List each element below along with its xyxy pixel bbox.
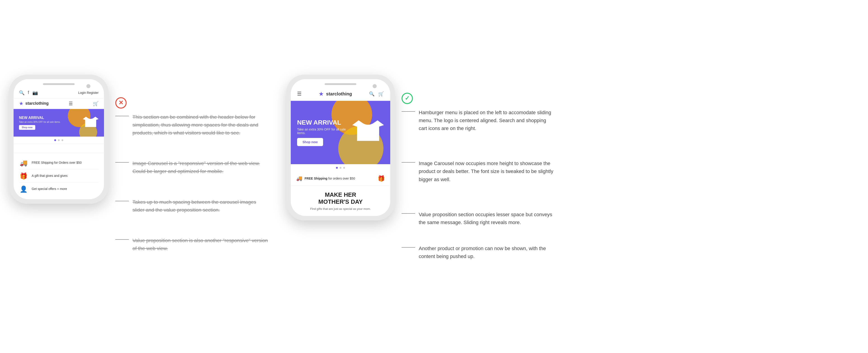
logo-star-icon-after: ★	[318, 90, 324, 97]
banner-button[interactable]: Shop now	[19, 125, 35, 130]
header-icons-after: 🔍 🛒	[369, 91, 384, 96]
ann-text-3-content: Takes up to much spacing between the car…	[132, 199, 256, 213]
phone1-banner: NEW ARRIVAL Take an extra 30% OFF for al…	[13, 109, 104, 137]
ann-text-2-content: Image Carousel is a "responsive" version…	[132, 160, 260, 174]
ann-text-4: Value proposition section is also anothe…	[132, 237, 268, 253]
dot-3	[62, 139, 63, 141]
ann-line-after-1	[402, 111, 415, 112]
phone-after-notch	[291, 79, 390, 87]
banner-subtitle-after: Take an extra 30% OFF for all sale items…	[297, 127, 352, 135]
ann-line-4	[115, 239, 129, 240]
annotation-after-3: Value proposition section occupies lesse…	[402, 210, 554, 226]
phone-before: 🔍 f 📷 Login Register ★ starclothing	[9, 75, 108, 204]
shipping-value-item: 🚚 FREE Shipping for orders over $50	[296, 175, 355, 181]
logo-star-icon: ★	[19, 100, 24, 107]
annotation-after-4: Another product or promotion can now be …	[402, 244, 554, 260]
facebook-icon[interactable]: f	[28, 90, 29, 95]
login-register-links: Login Register	[78, 91, 99, 94]
ann-text-1: This section can be combined with the he…	[132, 113, 268, 137]
carousel-dots-after	[291, 164, 390, 171]
phone2-value-bar: 🚚 FREE Shipping for orders over $50 🎁	[291, 171, 390, 186]
annotation-after-2: Image Carousel now occupies more height …	[402, 159, 554, 183]
ann-text-4-content: Value proposition section is also anothe…	[132, 238, 268, 251]
gift-text: A gift that gives and gives	[32, 174, 68, 178]
ann-text-1-content: This section can be combined with the he…	[132, 114, 258, 136]
logo-text: starclothing	[25, 101, 49, 106]
before-section: 🔍 f 📷 Login Register ★ starclothing	[9, 75, 268, 271]
shipping-icon-after: 🚚	[296, 175, 302, 181]
annotations-after: ✓ Hamburger menu is placed on the left t…	[402, 75, 554, 278]
annotation-before-2: Image Carousel is a "responsive" version…	[115, 159, 268, 175]
product-subtitle: Find gifts that are just as special as y…	[296, 207, 385, 210]
dot-after-1	[336, 167, 338, 169]
dot-after-2	[340, 167, 341, 169]
banner-subtitle: Take an extra 30% OFF for all sale items…	[19, 121, 60, 123]
phone-notch	[13, 79, 104, 87]
shipping-text: FREE Shipping for Orders over $50	[32, 160, 82, 165]
nav-logo: ★ starclothing	[19, 100, 49, 107]
annotation-before-1: This section can be combined with the he…	[115, 113, 268, 137]
success-status-icon: ✓	[402, 93, 413, 104]
after-section: ☰ ★ starclothing 🔍 🛒 NEW ARRIVAL	[286, 75, 554, 278]
ann-text-after-2: Image Carousel now occupies more height …	[419, 159, 554, 183]
dot-after-3	[343, 167, 345, 169]
ann-text-after-3: Value proposition section occupies lesse…	[419, 210, 554, 226]
offers-text: Get special offers + more	[32, 187, 67, 191]
notch-bar	[43, 83, 74, 85]
ann-line-after-2	[402, 162, 415, 163]
ann-line-after-3	[402, 213, 415, 214]
shipping-text-after: FREE Shipping for orders over $50	[305, 177, 355, 180]
cart-icon[interactable]: 🛒	[93, 101, 99, 106]
ann-line-3	[115, 201, 129, 201]
login-link[interactable]: Login	[78, 91, 86, 94]
cart-icon-after[interactable]: 🛒	[378, 91, 384, 96]
phone-before-inner: 🔍 f 📷 Login Register ★ starclothing	[13, 79, 104, 199]
dot-2	[58, 139, 60, 141]
gift-icon-after: 🎁	[378, 175, 385, 182]
banner-text-after: NEW ARRIVAL Take an extra 30% OFF for al…	[297, 119, 352, 146]
phone-camera-after	[373, 84, 377, 88]
phone-after-inner: ☰ ★ starclothing 🔍 🛒 NEW ARRIVAL	[291, 79, 390, 216]
value-prop-gift: 🎁 A gift that gives and gives	[19, 170, 99, 183]
page-container: 🔍 f 📷 Login Register ★ starclothing	[9, 75, 859, 278]
logo-text-after: starclothing	[326, 91, 352, 96]
phone-camera	[86, 84, 90, 88]
search-icon[interactable]: 🔍	[19, 90, 25, 95]
hamburger-icon[interactable]: ☰	[69, 101, 73, 106]
search-icon-after[interactable]: 🔍	[369, 91, 375, 96]
shipping-icon: 🚚	[19, 159, 28, 167]
banner-title: NEW ARRIVAL	[19, 116, 60, 120]
banner-tshirt-after	[352, 114, 384, 151]
banner-button-after[interactable]: Shop now	[297, 138, 323, 146]
value-prop-shipping: 🚚 FREE Shipping for Orders over $50	[19, 156, 99, 170]
annotation-before-3: Takes up to much spacing between the car…	[115, 198, 268, 214]
phone-after: ☰ ★ starclothing 🔍 🛒 NEW ARRIVAL	[286, 75, 395, 220]
instagram-icon[interactable]: 📷	[32, 90, 38, 95]
product-title: MAKE HERMOTHER'S DAY	[296, 191, 385, 205]
nav-logo-after: ★ starclothing	[318, 90, 352, 97]
annotation-before-4: Value proposition section is also anothe…	[115, 237, 268, 253]
phone2-product-section: MAKE HERMOTHER'S DAY Find gifts that are…	[291, 186, 390, 216]
ann-text-after-4: Another product or promotion can now be …	[419, 244, 554, 260]
carousel-dots	[13, 137, 104, 144]
shipping-condition: for orders over $50	[328, 177, 355, 180]
error-status-icon: ✕	[115, 97, 127, 109]
banner-tshirt	[83, 114, 99, 132]
register-link[interactable]: Register	[87, 91, 99, 94]
value-prop-offers: 👤 Get special offers + more	[19, 183, 99, 196]
ann-line-2	[115, 162, 129, 163]
ann-text-after-1: Hamburger menu is placed on the left to …	[419, 109, 554, 133]
ann-text-3: Takes up to much spacing between the car…	[132, 198, 268, 214]
phone2-navbar: ☰ ★ starclothing 🔍 🛒	[291, 87, 390, 101]
hamburger-icon-after[interactable]: ☰	[297, 91, 302, 97]
banner-text: NEW ARRIVAL Take an extra 30% OFF for al…	[19, 116, 60, 130]
phone1-navbar: ★ starclothing ☰ 🛒	[13, 98, 104, 109]
phone2-banner: NEW ARRIVAL Take an extra 30% OFF for al…	[291, 101, 390, 164]
spacing-indicator	[13, 144, 104, 153]
phone1-social-header: 🔍 f 📷 Login Register	[13, 87, 104, 98]
ann-line-after-4	[402, 247, 415, 247]
annotation-after-1: Hamburger menu is placed on the left to …	[402, 109, 554, 133]
banner-title-after: NEW ARRIVAL	[297, 119, 352, 126]
annotations-before: ✕ This section can be combined with the …	[115, 75, 268, 271]
notch-bar-after	[325, 83, 356, 85]
